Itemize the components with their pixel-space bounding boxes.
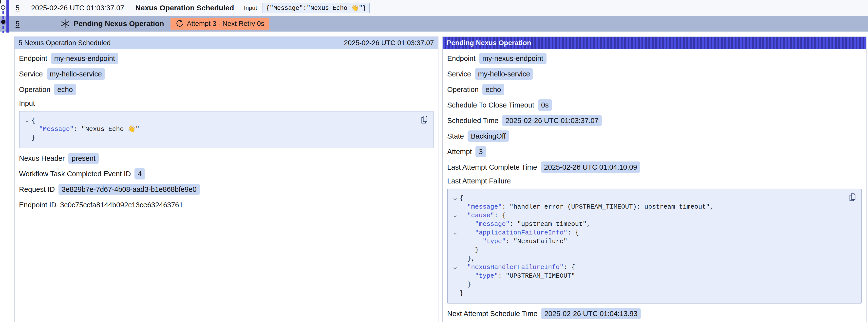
code-line-gutter[interactable] (451, 220, 460, 229)
event-input-label: Input (244, 4, 257, 11)
field-label: Operation (447, 86, 479, 94)
code-line-text: "type": "UPSTREAM_TIMEOUT" (460, 272, 575, 280)
right-panel-body: Endpoint my-nexus-endpoint Service my-he… (443, 49, 866, 322)
field-label: Nexus Header (19, 154, 65, 162)
copy-icon (848, 193, 857, 202)
field-row: Schedule To Close Timeout 0s (447, 99, 862, 111)
timeline-stub (0, 0, 1, 3)
right-fields-bottom: Next Attempt Schedule Time 2025-02-26 UT… (447, 308, 862, 319)
pending-event-id-link[interactable]: 5 (16, 20, 20, 28)
code-line-gutter[interactable] (451, 211, 460, 220)
code-line-text: } (460, 289, 464, 298)
left-panel-body: Endpoint my-nexus-endpoint Service my-he… (14, 49, 438, 215)
field-label: Endpoint (447, 55, 476, 63)
pending-nexus-operation-row[interactable]: 5 Pending Nexus Operation Attempt 3 · Ne… (0, 16, 868, 32)
code-line: "cause": { (451, 211, 844, 220)
failure-code-block: { "message": "handler error (UPSTREAM_TI… (447, 189, 862, 303)
left-fields-bottom: Nexus Header present Workflow Task Compl… (19, 153, 434, 211)
code-line-text: }, (460, 254, 475, 263)
code-line-text: { (460, 194, 464, 203)
copy-button[interactable] (420, 115, 429, 125)
timeline-node-open-icon (1, 5, 5, 10)
code-line-gutter[interactable] (451, 263, 460, 272)
field-label: Workflow Task Completed Event ID (19, 170, 131, 178)
failure-code-lines: { "message": "handler error (UPSTREAM_TI… (451, 194, 844, 298)
field-row: Request ID 3e829b7e-7d67-4b08-aad3-b1e86… (19, 184, 434, 195)
field-label: Next Attempt Schedule Time (447, 310, 538, 318)
code-line-text: "nexusHandlerFailureInfo": { (460, 263, 575, 272)
field-value-badge: 2025-02-26 UTC 01:03:37.07 (502, 115, 601, 126)
right-panel-header: Pending Nexus Operation (443, 37, 866, 49)
code-line-text: } (31, 134, 35, 142)
copy-button[interactable] (848, 192, 857, 202)
field-row: Operation echo (19, 84, 434, 95)
code-line-gutter[interactable] (451, 229, 460, 237)
code-line-gutter[interactable] (451, 289, 460, 298)
right-fields-top: Endpoint my-nexus-endpoint Service my-he… (447, 53, 862, 173)
retry-status-badge: Attempt 3 · Next Retry 0s (170, 18, 269, 30)
field-value-badge: 3 (475, 146, 486, 157)
input-code-block: { "Message": "Nexus Echo 👋" } (19, 111, 434, 148)
field-value-badge: present (68, 153, 99, 164)
field-label: Last Attempt Complete Time (447, 163, 537, 171)
event-input-chip[interactable]: {"Message":"Nexus Echo 👋"} (262, 3, 370, 13)
code-line: { (23, 117, 416, 125)
right-panel-title: Pending Nexus Operation (447, 39, 531, 47)
field-value-badge: 4 (134, 168, 145, 180)
field-label: Scheduled Time (447, 117, 499, 125)
code-line: "nexusHandlerFailureInfo": { (451, 263, 844, 272)
workflow-event-detail-screen: 5 2025-02-26 UTC 01:03:37.07 Nexus Opera… (0, 0, 868, 322)
event-row-nexus-operation-scheduled[interactable]: 5 2025-02-26 UTC 01:03:37.07 Nexus Opera… (0, 0, 868, 16)
code-line: "type": "NexusFailure" (451, 237, 844, 246)
field-value-badge: my-hello-service (475, 68, 533, 79)
code-line-gutter[interactable] (451, 272, 460, 280)
code-line-text: "message": "upstream timeout", (460, 220, 591, 229)
code-line-gutter[interactable] (23, 134, 31, 142)
code-line-text: "type": "NexusFailure" (460, 237, 567, 246)
code-line-gutter[interactable] (451, 246, 460, 254)
code-line-gutter[interactable] (23, 117, 31, 125)
field-label: Endpoint (19, 55, 48, 63)
field-row: Workflow Task Completed Event ID 4 (19, 168, 434, 180)
event-id-link[interactable]: 5 (16, 4, 20, 12)
copy-icon (420, 115, 429, 124)
code-line-gutter[interactable] (451, 254, 460, 263)
event-timestamp: 2025-02-26 UTC 01:03:37.07 (31, 4, 124, 12)
code-line-gutter[interactable] (451, 237, 460, 246)
field-label: Service (19, 70, 43, 78)
field-row: Next Attempt Schedule Time 2025-02-26 UT… (447, 308, 862, 319)
field-row: Service my-hello-service (19, 68, 434, 79)
field-row: State BackingOff (447, 130, 862, 142)
input-code-lines: { "Message": "Nexus Echo 👋" } (23, 117, 416, 142)
left-fields-top: Endpoint my-nexus-endpoint Service my-he… (19, 53, 434, 95)
field-row: Scheduled Time 2025-02-26 UTC 01:03:37.0… (447, 115, 862, 126)
code-line-gutter[interactable] (451, 194, 460, 203)
timeline-active-bar (6, 0, 9, 33)
field-row: Attempt 3 (447, 146, 862, 157)
input-section-label: Input (19, 99, 434, 107)
field-row: Endpoint my-nexus-endpoint (447, 53, 862, 64)
code-line-text: "message": "handler error (UPSTREAM_TIME… (460, 203, 714, 211)
field-row: Endpoint ID 3c0c75ccfa8144b092c13ce63246… (19, 199, 434, 211)
field-label: State (447, 132, 464, 140)
code-line-gutter[interactable] (23, 125, 31, 134)
field-value-badge: echo (54, 84, 76, 95)
panel-nexus-operation-scheduled: 5 Nexus Operation Scheduled 2025-02-26 U… (14, 36, 438, 322)
field-value-badge: my-hello-service (46, 68, 105, 79)
code-line-text: { (31, 117, 35, 125)
field-row: Endpoint my-nexus-endpoint (19, 53, 434, 64)
code-line: } (23, 134, 416, 142)
field-value-badge: echo (483, 84, 504, 95)
event-title: Nexus Operation Scheduled (135, 4, 234, 12)
collapse-caret-icon (453, 231, 458, 236)
code-line: "Message": "Nexus Echo 👋" (23, 125, 416, 134)
field-value-link[interactable]: 3c0c75ccfa8144b092c13ce632463761 (60, 199, 183, 211)
pending-title: Pending Nexus Operation (73, 20, 164, 28)
collapse-caret-icon (453, 266, 458, 270)
code-line: }, (451, 254, 844, 263)
code-line-gutter[interactable] (451, 280, 460, 289)
code-line-gutter[interactable] (451, 203, 460, 211)
field-label: Request ID (19, 185, 55, 194)
left-panel-header: 5 Nexus Operation Scheduled 2025-02-26 U… (14, 37, 438, 49)
collapse-caret-icon (453, 214, 458, 219)
